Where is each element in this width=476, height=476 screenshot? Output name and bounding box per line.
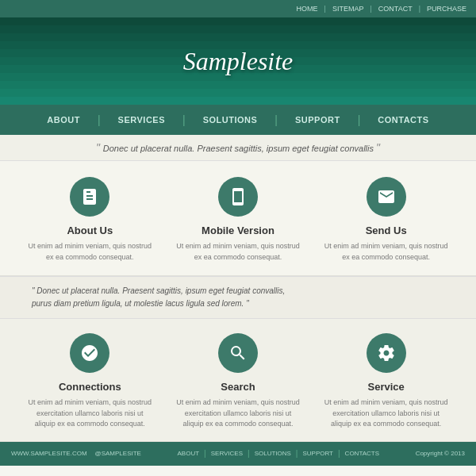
quote2-close: " bbox=[246, 299, 249, 308]
send-icon bbox=[367, 177, 406, 217]
feature-service: Service Ut enim ad minim veniam, quis no… bbox=[323, 333, 450, 430]
footer-nav-solutions[interactable]: SOLUTIONS bbox=[250, 450, 296, 457]
feature-search: Search Ut enim ad minim veniam, quis nos… bbox=[175, 333, 301, 430]
feature-title-connections: Connections bbox=[26, 381, 153, 393]
feature-about-us: About Us Ut enim ad minim veniam, quis n… bbox=[26, 177, 153, 263]
top-nav-purchase[interactable]: PURCHASE bbox=[427, 5, 466, 13]
nav-about[interactable]: ABOUT bbox=[29, 105, 98, 135]
feature-title-about: About Us bbox=[26, 225, 153, 236]
footer-nav: ABOUT | SERVICES | SOLUTIONS | SUPPORT |… bbox=[173, 449, 384, 458]
top-nav-contact[interactable]: CONTACT bbox=[378, 5, 413, 13]
top-bar: HOME | SITEMAP | CONTACT | PURCHASE bbox=[0, 0, 476, 17]
nav-support[interactable]: SUPPORT bbox=[278, 105, 358, 135]
footer-site: WWW.SAMPLESITE.COM bbox=[11, 450, 87, 457]
feature-title-search: Search bbox=[175, 381, 301, 393]
sep3: | bbox=[419, 5, 420, 13]
about-us-icon bbox=[70, 177, 109, 217]
footer-social: @SAMPLESITE bbox=[95, 450, 141, 457]
search-icon bbox=[218, 333, 258, 373]
quote2-bar: " Donec ut placerat nulla. Praesent sagi… bbox=[0, 276, 476, 319]
feature-title-service: Service bbox=[323, 381, 450, 393]
sep2: | bbox=[370, 5, 371, 13]
footer-nav-contacts[interactable]: CONTACTS bbox=[340, 450, 384, 457]
top-nav-home[interactable]: HOME bbox=[297, 5, 318, 13]
feature-desc-mobile: Ut enim ad minim veniam, quis nostrud ex… bbox=[175, 241, 301, 263]
sep1: | bbox=[324, 5, 326, 13]
quote1-bar: " Donec ut placerat nulla. Praesent sagi… bbox=[0, 135, 476, 161]
features-section-2: Connections Ut enim ad minim veniam, qui… bbox=[0, 319, 476, 442]
footer-nav-about[interactable]: ABOUT bbox=[173, 450, 205, 457]
footer-nav-support[interactable]: SUPPORT bbox=[298, 450, 338, 457]
features-section-1: About Us Ut enim ad minim veniam, quis n… bbox=[0, 161, 476, 276]
connections-icon bbox=[70, 333, 109, 373]
feature-desc-service: Ut enim ad minim veniam, quis nostrud ex… bbox=[323, 397, 450, 430]
feature-desc-send: Ut enim ad minim veniam, quis nostrud ex… bbox=[323, 241, 450, 263]
feature-connections: Connections Ut enim ad minim veniam, qui… bbox=[26, 333, 153, 430]
feature-title-send: Send Us bbox=[323, 225, 450, 236]
footer-nav-services[interactable]: SERVICES bbox=[206, 450, 248, 457]
feature-desc-search: Ut enim ad minim veniam, quis nostrud ex… bbox=[175, 397, 301, 430]
nav-bar: ABOUT | SERVICES | SOLUTIONS | SUPPORT |… bbox=[0, 105, 476, 135]
quote1-text: Donec ut placerat nulla. Praesent sagitt… bbox=[103, 144, 374, 153]
nav-services[interactable]: SERVICES bbox=[101, 105, 182, 135]
mobile-icon bbox=[218, 177, 258, 217]
footer-left: WWW.SAMPLESITE.COM @SAMPLESITE bbox=[11, 450, 141, 457]
feature-mobile: Mobile Version Ut enim ad minim veniam, … bbox=[175, 177, 301, 263]
feature-send: Send Us Ut enim ad minim veniam, quis no… bbox=[323, 177, 450, 263]
hero-title: Samplesite bbox=[183, 47, 294, 76]
feature-desc-connections: Ut enim ad minim veniam, quis nostrud ex… bbox=[26, 397, 153, 430]
feature-desc-about: Ut enim ad minim veniam, quis nostrud ex… bbox=[26, 241, 153, 263]
quote-close: " bbox=[376, 141, 380, 154]
top-nav-sitemap[interactable]: SITEMAP bbox=[332, 5, 364, 13]
hero-section: Samplesite bbox=[0, 17, 476, 105]
nav-contacts[interactable]: CONTACTS bbox=[360, 105, 446, 135]
footer-copyright: Copyright © 2013 bbox=[416, 450, 465, 457]
feature-title-mobile: Mobile Version bbox=[175, 225, 301, 236]
service-icon bbox=[367, 333, 406, 373]
quote-open: " bbox=[96, 141, 103, 154]
footer: WWW.SAMPLESITE.COM @SAMPLESITE ABOUT | S… bbox=[0, 442, 476, 466]
nav-solutions[interactable]: SOLUTIONS bbox=[186, 105, 275, 135]
